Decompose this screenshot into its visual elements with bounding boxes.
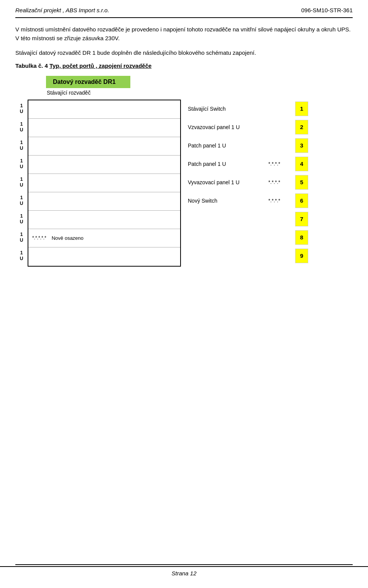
dr1-label-container: Datový rozvaděč DR1 Stávající rozvaděč bbox=[46, 76, 353, 96]
cabinet-row-1 bbox=[28, 100, 180, 119]
cabinet-box: *.*.*.*.* Nově osazeno bbox=[28, 100, 181, 267]
intro-paragraph2: Stávající datový rozvaděč DR 1 bude dopl… bbox=[15, 48, 353, 57]
cabinet-row-3 bbox=[28, 137, 180, 156]
table-prefix: Tabulka č. bbox=[15, 62, 43, 69]
right-row-text-2: Vzvazovací panel 1 U bbox=[188, 124, 264, 130]
footer-rule bbox=[15, 564, 353, 565]
dr1-sublabel: Stávající rozvaděč bbox=[46, 90, 90, 96]
right-row-num-2: 2 bbox=[295, 120, 308, 134]
note-text: Nově osazeno bbox=[52, 235, 84, 241]
right-row-8: 8 bbox=[188, 228, 308, 247]
cabinet-area: 1U1U1U1U1U1U1U1U1U *.*.*.*.* Nově osazen… bbox=[15, 100, 353, 267]
u-label-9: 1U bbox=[20, 247, 23, 265]
right-row-text-4: Patch panel 1 U bbox=[188, 161, 264, 167]
right-row-num-5: 5 bbox=[295, 175, 308, 190]
right-row-num-4: 4 bbox=[295, 157, 308, 171]
u-label-6: 1U bbox=[20, 192, 23, 210]
right-row-text-1: Stávající Switch bbox=[188, 106, 264, 112]
cabinet-row-7 bbox=[28, 211, 180, 229]
right-row-5: Vyvazovací panel 1 U*.*.*.*5 bbox=[188, 173, 308, 192]
right-row-text-5: Vyvazovací panel 1 U bbox=[188, 179, 264, 185]
right-row-num-1: 1 bbox=[295, 102, 308, 116]
cabinet-row-note: *.*.*.*.* Nově osazeno bbox=[32, 235, 84, 241]
intro-paragraph1: V místnosti umístnění datového rozvaděče… bbox=[15, 25, 353, 43]
right-row-asterisk-5: *.*.*.* bbox=[268, 179, 291, 185]
cabinet-row-9 bbox=[28, 247, 180, 266]
cabinet-row-8: *.*.*.*.* Nově osazeno bbox=[28, 229, 180, 247]
table-title: Typ, počet portů , zapojení rozvaděče bbox=[49, 62, 151, 69]
right-row-7: 7 bbox=[188, 210, 308, 228]
u-label-3: 1U bbox=[20, 136, 23, 155]
u-label-2: 1U bbox=[20, 118, 23, 136]
table-number: 4 bbox=[44, 62, 48, 69]
right-row-9: 9 bbox=[188, 247, 308, 265]
u-labels-column: 1U1U1U1U1U1U1U1U1U bbox=[15, 100, 28, 265]
cabinet-row-5 bbox=[28, 174, 180, 192]
page-header: Realizační projekt , ABS Import s.r.o. 0… bbox=[15, 0, 353, 18]
dr1-label: Datový rozvaděč DR1 bbox=[46, 76, 130, 88]
right-row-num-7: 7 bbox=[295, 212, 308, 226]
right-row-asterisk-4: *.*.*.* bbox=[268, 161, 291, 167]
u-label-4: 1U bbox=[20, 155, 23, 173]
right-labels: Stávající Switch1Vzvazovací panel 1 U2Pa… bbox=[188, 100, 308, 265]
right-row-num-9: 9 bbox=[295, 249, 308, 263]
right-row-text-3: Patch panel 1 U bbox=[188, 142, 264, 149]
right-row-asterisk-6: *.*.*.* bbox=[268, 198, 291, 203]
right-row-num-8: 8 bbox=[295, 230, 308, 245]
right-row-2: Vzvazovací panel 1 U2 bbox=[188, 118, 308, 136]
right-row-4: Patch panel 1 U*.*.*.*4 bbox=[188, 155, 308, 173]
right-row-1: Stávající Switch1 bbox=[188, 100, 308, 118]
cabinet-row-6 bbox=[28, 192, 180, 211]
right-row-6: Nový Switch*.*.*.*6 bbox=[188, 192, 308, 210]
table-heading: Tabulka č. 4 Typ, počet portů , zapojení… bbox=[15, 62, 353, 69]
u-label-1: 1U bbox=[20, 100, 23, 118]
right-row-text-6: Nový Switch bbox=[188, 198, 264, 204]
cabinet-row-4 bbox=[28, 156, 180, 174]
u-label-8: 1U bbox=[20, 228, 23, 247]
u-label-7: 1U bbox=[20, 210, 23, 228]
u-label-5: 1U bbox=[20, 173, 23, 192]
page-number: Strana 12 bbox=[171, 570, 196, 577]
header-right-text: 096-SM10-STR-361 bbox=[301, 7, 353, 13]
right-row-num-6: 6 bbox=[295, 193, 308, 208]
cabinet-row-2 bbox=[28, 119, 180, 137]
right-row-num-3: 3 bbox=[295, 138, 308, 153]
right-row-3: Patch panel 1 U3 bbox=[188, 136, 308, 155]
footer: Strana 12 bbox=[0, 566, 368, 577]
asterisk-label: *.*.*.*.* bbox=[32, 235, 46, 241]
header-left-text: Realizační projekt , ABS Import s.r.o. bbox=[15, 7, 109, 13]
